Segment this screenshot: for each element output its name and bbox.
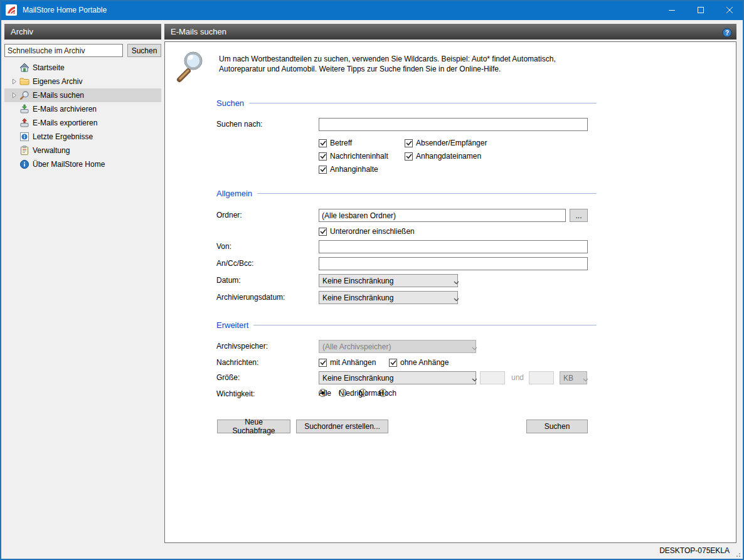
sidebar-item-emails-archivieren[interactable]: E-Mails archivieren <box>4 102 161 116</box>
home-icon <box>19 63 29 73</box>
date-dropdown[interactable]: Keine Einschränkung <box>319 274 458 287</box>
checkbox-checked-icon <box>319 228 327 236</box>
date-label: Datum: <box>216 274 318 287</box>
search-form-panel: Um nach Wortbestandteilen zu suchen, ver… <box>164 41 736 543</box>
maximize-button[interactable] <box>686 0 715 20</box>
expand-chevron-icon[interactable] <box>12 78 19 85</box>
mailstore-logo-icon <box>6 4 17 16</box>
checkbox-unterordner[interactable]: Unterordner einschließen <box>319 226 415 236</box>
checkbox-betreff[interactable]: Betreff <box>319 138 352 148</box>
sidebar-item-eigenes-archiv[interactable]: Eigenes Archiv <box>4 75 161 88</box>
sidebar-item-startseite[interactable]: Startseite <box>4 61 161 75</box>
close-button[interactable] <box>715 0 744 20</box>
checkbox-checked-icon <box>319 152 327 161</box>
search-for-input[interactable] <box>319 118 588 131</box>
magnifier-illustration-icon <box>174 48 206 85</box>
checkbox-checked-icon <box>319 139 327 147</box>
section-erweitert: Erweitert <box>216 320 597 330</box>
radio-hoch[interactable]: Hoch <box>379 389 390 397</box>
checkbox-mit-anhaengen[interactable]: mit Anhängen <box>319 357 376 367</box>
archive-tree: Startseite Eigenes Archiv E-Mails suchen <box>4 61 161 171</box>
minimize-button[interactable] <box>657 0 686 20</box>
checkbox-checked-icon <box>319 166 327 174</box>
titlebar: MailStore Home Portable <box>0 0 744 20</box>
size-max-input <box>529 371 554 384</box>
folder-input[interactable] <box>319 209 566 222</box>
help-icon[interactable]: ? <box>722 27 732 37</box>
checkbox-ohne-anhaenge[interactable]: ohne Anhänge <box>389 357 449 367</box>
checkbox-nachrichteninhalt[interactable]: Nachrichteninhalt <box>319 151 388 161</box>
size-and-label: und <box>511 373 524 382</box>
messages-label: Nachrichten: <box>216 356 318 369</box>
recent-results-icon <box>19 132 29 142</box>
radio-niedrig[interactable]: Niedrig <box>339 389 350 397</box>
management-icon <box>19 145 29 156</box>
archive-date-dropdown[interactable]: Keine Einschränkung <box>319 291 458 304</box>
checkbox-checked-icon <box>405 152 413 161</box>
search-button[interactable]: Suchen <box>526 420 588 433</box>
svg-text:?: ? <box>725 29 729 36</box>
from-label: Von: <box>216 240 318 253</box>
priority-radio-group: Alle Niedrig Normal Hoch <box>319 389 390 397</box>
sidebar-item-emails-exportieren[interactable]: E-Mails exportieren <box>4 116 161 130</box>
folder-label: Ordner: <box>216 209 318 222</box>
intro-text: Um nach Wortbestandteilen zu suchen, ver… <box>219 54 590 74</box>
archive-store-label: Archivspeicher: <box>216 340 318 353</box>
section-suchen: Suchen <box>216 98 597 108</box>
checkbox-checked-icon <box>405 139 413 147</box>
window-title: MailStore Home Portable <box>23 0 107 20</box>
checkbox-absender-empfaenger[interactable]: Absender/Empfänger <box>405 138 487 148</box>
size-dropdown[interactable]: Keine Einschränkung <box>319 371 476 384</box>
new-query-button[interactable]: Neue Suchabfrage <box>217 420 290 433</box>
section-title-erweitert: Erweitert <box>216 320 248 330</box>
archive-store-dropdown: (Alle Archivspeicher) <box>319 340 476 353</box>
sidebar-item-emails-suchen[interactable]: E-Mails suchen <box>4 88 161 102</box>
radio-alle[interactable]: Alle <box>319 389 330 397</box>
checkbox-checked-icon <box>389 359 397 367</box>
radio-normal[interactable]: Normal <box>359 389 370 397</box>
search-icon <box>19 90 29 100</box>
checkbox-checked-icon <box>319 359 327 367</box>
sidebar-item-ueber-mailstore[interactable]: Über MailStore Home <box>4 157 161 171</box>
to-input[interactable] <box>319 257 588 270</box>
folder-icon <box>19 77 29 87</box>
folder-browse-button[interactable]: ... <box>570 209 588 222</box>
status-hostname: DESKTOP-075EKLA <box>659 546 730 555</box>
archive-date-label: Archivierungsdatum: <box>216 291 318 304</box>
size-label: Größe: <box>216 371 318 384</box>
section-allgemein: Allgemein <box>216 189 597 198</box>
checkbox-anhanginhalte[interactable]: Anhanginhalte <box>319 164 378 174</box>
size-unit-dropdown: KB <box>560 371 587 384</box>
section-title-allgemein: Allgemein <box>216 189 252 198</box>
sidebar-item-letzte-ergebnisse[interactable]: Letzte Ergebnisse <box>4 130 161 144</box>
from-input[interactable] <box>319 240 588 253</box>
main-header: E-Mails suchen ? <box>164 24 736 40</box>
priority-label: Wichtigkeit: <box>216 388 318 401</box>
checkbox-anhangdateinamen[interactable]: Anhangdateinamen <box>405 151 481 161</box>
quick-search-input[interactable] <box>4 44 123 57</box>
to-label: An/Cc/Bcc: <box>216 257 318 270</box>
about-info-icon <box>19 159 29 169</box>
export-up-icon <box>19 118 29 128</box>
size-min-input <box>480 371 505 384</box>
create-search-folder-button[interactable]: Suchordner erstellen... <box>296 420 388 433</box>
main-header-title: E-Mails suchen <box>171 27 226 36</box>
section-title-suchen: Suchen <box>216 98 244 108</box>
sidebar-item-verwaltung[interactable]: Verwaltung <box>4 144 161 157</box>
resize-grip[interactable] <box>735 551 741 559</box>
search-for-label: Suchen nach: <box>216 118 318 131</box>
sidebar-header: Archiv <box>4 24 161 40</box>
archive-down-icon <box>19 104 29 114</box>
expand-chevron-icon[interactable] <box>12 92 19 98</box>
sidebar-search-button[interactable]: Suchen <box>127 44 161 57</box>
